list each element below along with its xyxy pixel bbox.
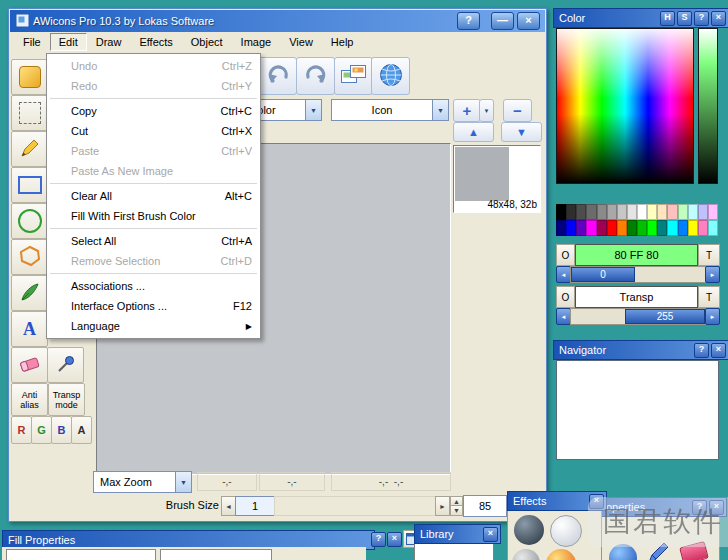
navigator-preview[interactable] (556, 360, 719, 460)
palette-swatch[interactable] (637, 220, 647, 236)
palette-swatch[interactable] (586, 204, 596, 220)
palette-swatch[interactable] (698, 220, 708, 236)
palette-swatch[interactable] (576, 204, 586, 220)
chevron-down-icon[interactable]: ▼ (432, 100, 448, 120)
menu-item-clear-all[interactable]: Clear All Alt+C (47, 186, 260, 206)
brush-size-value[interactable]: 1 (235, 496, 275, 516)
palette-swatch[interactable] (688, 220, 698, 236)
panel-close-button[interactable]: × (711, 343, 726, 358)
palette-swatch[interactable] (647, 204, 657, 220)
help-button[interactable]: ? (457, 12, 480, 30)
menu-item-language[interactable]: Language ▶ (47, 316, 260, 336)
palette-swatch[interactable] (667, 220, 677, 236)
panel-help-button[interactable]: ? (694, 11, 709, 26)
menu-item-undo[interactable]: Undo Ctrl+Z (47, 56, 260, 76)
palette-swatch[interactable] (597, 220, 607, 236)
antialias-toggle[interactable]: Anti alias (11, 383, 48, 416)
alpha-value-field[interactable]: Transp (575, 286, 698, 308)
menu-item-paste-as-new-image[interactable]: Paste As New Image (47, 161, 260, 181)
channel-r-button[interactable]: R (11, 416, 32, 444)
palette-swatch[interactable] (556, 204, 566, 220)
library-panel-titlebar[interactable]: Library × (414, 524, 501, 544)
menu-object[interactable]: Object (182, 33, 232, 51)
panel-close-button[interactable]: × (711, 11, 726, 26)
luminance-strip[interactable] (698, 28, 718, 184)
tool-polygon[interactable] (11, 239, 48, 275)
menu-help[interactable]: Help (322, 33, 363, 51)
slider-right-arrow[interactable]: ► (705, 308, 720, 325)
redo-button[interactable] (296, 57, 335, 95)
palette-swatch[interactable] (566, 204, 576, 220)
menu-item-paste[interactable]: Paste Ctrl+V (47, 141, 260, 161)
panel-help-button[interactable]: ? (371, 532, 386, 547)
effect-sphere-orange[interactable] (546, 549, 576, 560)
menu-item-fill-with-first-brush-color[interactable]: Fill With First Brush Color (47, 206, 260, 226)
palette-swatch[interactable] (627, 220, 637, 236)
palette-swatch[interactable] (647, 220, 657, 236)
menu-item-remove-selection[interactable]: Remove Selection Ctrl+D (47, 251, 260, 271)
alpha-t-button[interactable]: T (698, 286, 720, 308)
tool-eraser[interactable] (11, 347, 48, 383)
add-image-button[interactable]: + (453, 99, 481, 122)
tool-pencil[interactable] (11, 131, 48, 167)
value-spin-down[interactable]: ▼ (450, 505, 463, 516)
minimize-button[interactable]: — (491, 12, 514, 30)
palette-swatch[interactable] (637, 204, 647, 220)
move-up-button[interactable]: ▲ (453, 122, 494, 142)
palette-swatch[interactable] (607, 204, 617, 220)
window-titlebar[interactable]: AWicons Pro 10.3 by Lokas Software ? — × (10, 10, 545, 32)
add-image-dropdown[interactable]: ▼ (479, 99, 494, 122)
effect-sphere-dark[interactable] (514, 515, 544, 545)
brush-size-track[interactable] (274, 496, 436, 516)
menu-image[interactable]: Image (232, 33, 281, 51)
brush-size-increase[interactable]: ► (435, 496, 450, 516)
palette-swatch[interactable] (556, 220, 566, 236)
images-button[interactable] (334, 57, 373, 95)
tool-select[interactable] (11, 95, 48, 131)
channel-g-button[interactable]: G (31, 416, 52, 444)
color-panel-titlebar[interactable]: Color H S ? × (553, 8, 728, 28)
tool-text[interactable]: A (11, 311, 48, 347)
effect-sphere-gray[interactable] (512, 549, 540, 560)
icon-combo[interactable]: Icon ▼ (331, 99, 449, 121)
primary-color-t-button[interactable]: T (698, 244, 720, 266)
color-picker-field[interactable] (556, 28, 694, 184)
brush-size-decrease[interactable]: ◄ (221, 496, 236, 516)
palette-swatch[interactable] (678, 204, 688, 220)
palette-swatch[interactable] (597, 204, 607, 220)
palette-swatch[interactable] (678, 220, 688, 236)
color-slider-thumb[interactable]: 0 (571, 267, 635, 282)
saturation-button[interactable]: S (677, 11, 692, 26)
tolerance-value[interactable]: 85 (463, 495, 507, 517)
channel-b-button[interactable]: B (51, 416, 72, 444)
menu-item-copy[interactable]: Copy Ctrl+C (47, 101, 260, 121)
transp-mode-toggle[interactable]: Transp mode (48, 383, 85, 416)
navigator-panel-titlebar[interactable]: Navigator ? × (553, 340, 728, 360)
chevron-down-icon[interactable]: ▼ (175, 472, 191, 492)
palette-swatch[interactable] (586, 220, 596, 236)
close-button[interactable]: × (517, 12, 540, 30)
palette-swatch[interactable] (698, 204, 708, 220)
panel-close-button[interactable]: × (387, 532, 402, 547)
tool-color-picker[interactable] (47, 347, 84, 383)
alpha-slider-thumb[interactable]: 255 (625, 309, 705, 324)
effect-sphere-light[interactable] (550, 515, 582, 547)
palette-swatch[interactable] (617, 220, 627, 236)
menu-item-cut[interactable]: Cut Ctrl+X (47, 121, 260, 141)
menu-item-select-all[interactable]: Select All Ctrl+A (47, 231, 260, 251)
palette-swatch[interactable] (708, 220, 718, 236)
tool-brush[interactable] (11, 275, 48, 311)
palette-swatch[interactable] (667, 204, 677, 220)
menu-item-interface-options[interactable]: Interface Options ... F12 (47, 296, 260, 316)
menu-draw[interactable]: Draw (87, 33, 131, 51)
panel-close-button[interactable]: × (483, 527, 498, 542)
menu-view[interactable]: View (280, 33, 322, 51)
chevron-down-icon[interactable]: ▼ (305, 100, 321, 120)
slider-right-arrow[interactable]: ► (705, 266, 720, 283)
primary-color-o-button[interactable]: O (556, 244, 575, 266)
palette-swatch[interactable] (576, 220, 586, 236)
slider-left-arrow[interactable]: ◄ (556, 308, 571, 325)
palette-swatch[interactable] (607, 220, 617, 236)
undo-button[interactable] (258, 57, 297, 95)
color-value-field[interactable]: 80 FF 80 (575, 244, 698, 266)
